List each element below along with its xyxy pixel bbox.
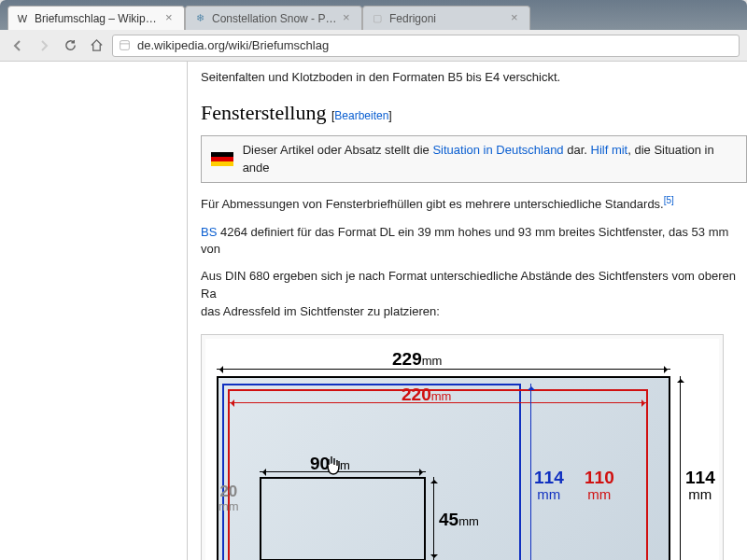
intro-paragraph: Seitenfalten und Klotzboden in den Forma…	[201, 69, 747, 87]
home-button[interactable]	[86, 35, 106, 56]
paragraph: Für Abmessungen von Fensterbriefhüllen g…	[201, 194, 747, 214]
dim-45: 45mm	[439, 507, 479, 533]
address-bar[interactable]: de.wikipedia.org/wiki/Briefumschlag	[112, 35, 740, 57]
tab-title: Fedrigoni	[389, 12, 507, 25]
close-icon[interactable]: ×	[511, 13, 522, 24]
edit-section: [Bearbeiten]	[331, 109, 392, 122]
tab-inactive[interactable]: ❄ Constellation Snow - Pape ×	[185, 6, 362, 30]
svg-rect-0	[120, 40, 130, 49]
dim-20: 20mm	[218, 484, 239, 513]
dim-110: 110mm	[585, 469, 614, 502]
dim-arrow-229	[217, 369, 670, 370]
link-hilfmit[interactable]: Hilf mit	[591, 143, 628, 157]
tab-active[interactable]: W Briefumschlag – Wikipedia ×	[7, 6, 185, 30]
tab-bar: W Briefumschlag – Wikipedia × ❄ Constell…	[0, 0, 747, 30]
globe-icon	[119, 39, 132, 52]
tab-title: Constellation Snow - Pape	[212, 12, 339, 25]
envelope-diagram-container: 229mm 220mm 90mm 20mm 45mm 15mm	[201, 334, 724, 560]
dim-229: 229mm	[392, 346, 442, 372]
infobox-text: Dieser Artikel oder Absatz stellt die Si…	[243, 142, 737, 177]
browser-window: W Briefumschlag – Wikipedia × ❄ Constell…	[0, 0, 747, 560]
paragraph: BS 4264 definiert für das Format DL ein …	[201, 224, 747, 259]
wikipedia-sidebar	[0, 62, 187, 560]
dim-arrow-45	[433, 477, 434, 560]
dim-114-outer: 114mm	[685, 469, 715, 502]
dim-arrow-114-outer	[680, 376, 681, 560]
section-heading: Fensterstellung [Bearbeiten]	[201, 98, 747, 128]
close-icon[interactable]: ×	[343, 13, 354, 24]
tab-title: Briefumschlag – Wikipedia	[35, 12, 162, 25]
forward-button[interactable]	[34, 35, 54, 56]
page-favicon: ❄	[193, 12, 206, 25]
close-icon[interactable]: ×	[165, 13, 176, 24]
wikipedia-favicon: W	[16, 12, 29, 25]
envelope-diagram[interactable]: 229mm 220mm 90mm 20mm 45mm 15mm	[205, 339, 719, 560]
dim-arrow-114-blue	[530, 384, 531, 560]
link-situation[interactable]: Situation in Deutschland	[432, 143, 563, 157]
reference-link[interactable]: [5]	[664, 195, 674, 205]
url-text: de.wikipedia.org/wiki/Briefumschlag	[137, 38, 329, 52]
article-content: Seitenfalten und Klotzboden in den Forma…	[187, 62, 747, 560]
link-bs[interactable]: BS	[201, 225, 217, 239]
reload-button[interactable]	[60, 35, 80, 56]
dim-90: 90mm	[310, 451, 350, 477]
page-favicon: ▢	[371, 12, 384, 25]
dim-114-blue: 114mm	[534, 469, 564, 502]
dim-220: 220mm	[402, 382, 451, 408]
paragraph: Aus DIN 680 ergeben sich je nach Format …	[201, 268, 747, 321]
page-viewport: Seitenfalten und Klotzboden in den Forma…	[0, 62, 747, 560]
back-button[interactable]	[7, 35, 28, 56]
germany-flag-icon	[211, 152, 233, 166]
rect-window	[260, 477, 426, 560]
edit-link[interactable]: Bearbeiten	[334, 109, 388, 122]
country-infobox: Dieser Artikel oder Absatz stellt die Si…	[201, 135, 747, 184]
tab-inactive[interactable]: ▢ Fedrigoni ×	[362, 6, 530, 30]
nav-bar: de.wikipedia.org/wiki/Briefumschlag	[0, 30, 747, 62]
